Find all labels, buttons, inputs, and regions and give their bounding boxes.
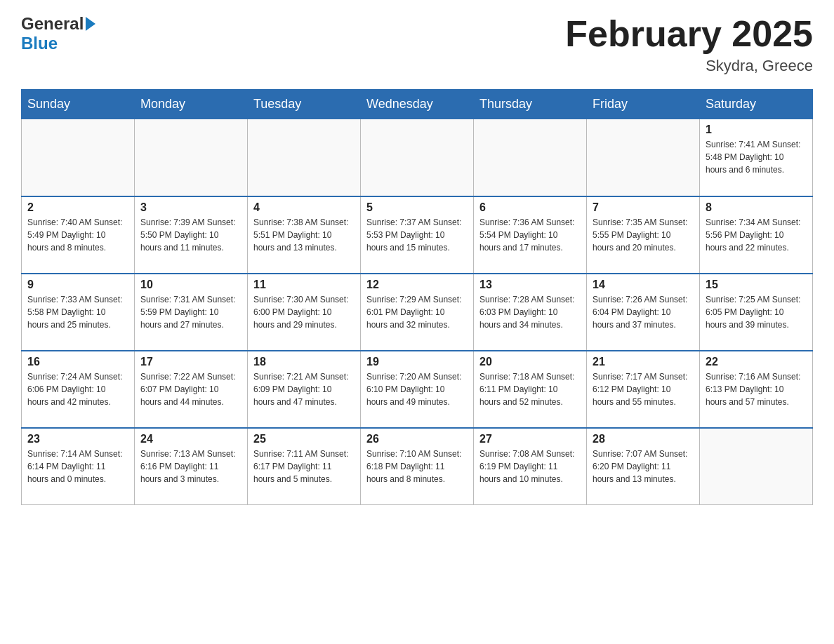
calendar-day-cell bbox=[474, 119, 587, 196]
day-info: Sunrise: 7:25 AM Sunset: 6:05 PM Dayligh… bbox=[706, 293, 807, 331]
calendar-day-cell: 11Sunrise: 7:30 AM Sunset: 6:00 PM Dayli… bbox=[248, 274, 361, 351]
day-number: 11 bbox=[253, 279, 355, 291]
day-number: 1 bbox=[706, 123, 807, 136]
day-number: 9 bbox=[27, 279, 128, 291]
day-number: 2 bbox=[27, 201, 128, 214]
day-info: Sunrise: 7:17 AM Sunset: 6:12 PM Dayligh… bbox=[593, 370, 694, 408]
day-number: 4 bbox=[253, 201, 355, 214]
day-info: Sunrise: 7:41 AM Sunset: 5:48 PM Dayligh… bbox=[706, 138, 807, 176]
calendar-day-cell: 4Sunrise: 7:38 AM Sunset: 5:51 PM Daylig… bbox=[248, 196, 361, 274]
logo-arrow-icon bbox=[86, 17, 95, 31]
calendar-week-row: 23Sunrise: 7:14 AM Sunset: 6:14 PM Dayli… bbox=[22, 428, 813, 505]
day-number: 26 bbox=[366, 433, 468, 445]
day-info: Sunrise: 7:18 AM Sunset: 6:11 PM Dayligh… bbox=[479, 370, 581, 408]
day-info: Sunrise: 7:35 AM Sunset: 5:55 PM Dayligh… bbox=[593, 216, 694, 254]
calendar-day-cell: 9Sunrise: 7:33 AM Sunset: 5:58 PM Daylig… bbox=[22, 274, 135, 351]
calendar-day-cell: 12Sunrise: 7:29 AM Sunset: 6:01 PM Dayli… bbox=[361, 274, 474, 351]
day-number: 25 bbox=[253, 433, 355, 445]
calendar-day-cell: 27Sunrise: 7:08 AM Sunset: 6:19 PM Dayli… bbox=[474, 428, 587, 505]
day-info: Sunrise: 7:21 AM Sunset: 6:09 PM Dayligh… bbox=[253, 370, 355, 408]
day-number: 23 bbox=[27, 433, 128, 445]
day-number: 6 bbox=[479, 201, 581, 214]
day-number: 21 bbox=[593, 356, 694, 368]
day-number: 7 bbox=[593, 201, 694, 214]
month-title: February 2025 bbox=[565, 14, 813, 54]
day-info: Sunrise: 7:16 AM Sunset: 6:13 PM Dayligh… bbox=[706, 370, 807, 408]
day-info: Sunrise: 7:26 AM Sunset: 6:04 PM Dayligh… bbox=[593, 293, 694, 331]
calendar-day-cell: 17Sunrise: 7:22 AM Sunset: 6:07 PM Dayli… bbox=[135, 351, 248, 428]
calendar-day-cell: 28Sunrise: 7:07 AM Sunset: 6:20 PM Dayli… bbox=[587, 428, 700, 505]
calendar-day-cell bbox=[135, 119, 248, 196]
day-info: Sunrise: 7:28 AM Sunset: 6:03 PM Dayligh… bbox=[479, 293, 581, 331]
day-number: 18 bbox=[253, 356, 355, 368]
day-info: Sunrise: 7:39 AM Sunset: 5:50 PM Dayligh… bbox=[140, 216, 241, 254]
location-label: Skydra, Greece bbox=[565, 57, 813, 75]
calendar-day-cell: 22Sunrise: 7:16 AM Sunset: 6:13 PM Dayli… bbox=[700, 351, 813, 428]
calendar-day-cell: 24Sunrise: 7:13 AM Sunset: 6:16 PM Dayli… bbox=[135, 428, 248, 505]
calendar-week-row: 16Sunrise: 7:24 AM Sunset: 6:06 PM Dayli… bbox=[22, 351, 813, 428]
calendar-day-cell: 2Sunrise: 7:40 AM Sunset: 5:49 PM Daylig… bbox=[22, 196, 135, 274]
calendar-day-cell: 14Sunrise: 7:26 AM Sunset: 6:04 PM Dayli… bbox=[587, 274, 700, 351]
day-number: 14 bbox=[593, 279, 694, 291]
day-number: 8 bbox=[706, 201, 807, 214]
calendar-week-row: 1Sunrise: 7:41 AM Sunset: 5:48 PM Daylig… bbox=[22, 119, 813, 196]
calendar-day-cell: 20Sunrise: 7:18 AM Sunset: 6:11 PM Dayli… bbox=[474, 351, 587, 428]
calendar-day-header: Saturday bbox=[700, 90, 813, 119]
day-info: Sunrise: 7:10 AM Sunset: 6:18 PM Dayligh… bbox=[366, 448, 468, 485]
day-info: Sunrise: 7:34 AM Sunset: 5:56 PM Dayligh… bbox=[706, 216, 807, 254]
calendar-week-row: 9Sunrise: 7:33 AM Sunset: 5:58 PM Daylig… bbox=[22, 274, 813, 351]
calendar-day-header: Sunday bbox=[22, 90, 135, 119]
logo-blue-text: Blue bbox=[21, 34, 58, 53]
day-number: 20 bbox=[479, 356, 581, 368]
calendar-day-header: Thursday bbox=[474, 90, 587, 119]
calendar-day-cell: 15Sunrise: 7:25 AM Sunset: 6:05 PM Dayli… bbox=[700, 274, 813, 351]
calendar-day-cell bbox=[248, 119, 361, 196]
day-number: 12 bbox=[366, 279, 468, 291]
calendar-day-cell bbox=[700, 428, 813, 505]
calendar-day-header: Tuesday bbox=[248, 90, 361, 119]
day-number: 19 bbox=[366, 356, 468, 368]
calendar-day-cell: 1Sunrise: 7:41 AM Sunset: 5:48 PM Daylig… bbox=[700, 119, 813, 196]
day-info: Sunrise: 7:11 AM Sunset: 6:17 PM Dayligh… bbox=[253, 448, 355, 485]
day-info: Sunrise: 7:36 AM Sunset: 5:54 PM Dayligh… bbox=[479, 216, 581, 254]
day-number: 16 bbox=[27, 356, 128, 368]
calendar-week-row: 2Sunrise: 7:40 AM Sunset: 5:49 PM Daylig… bbox=[22, 196, 813, 274]
calendar-day-cell: 26Sunrise: 7:10 AM Sunset: 6:18 PM Dayli… bbox=[361, 428, 474, 505]
calendar-day-cell bbox=[22, 119, 135, 196]
day-number: 10 bbox=[140, 279, 241, 291]
title-section: February 2025 Skydra, Greece bbox=[565, 14, 813, 75]
calendar-day-cell: 7Sunrise: 7:35 AM Sunset: 5:55 PM Daylig… bbox=[587, 196, 700, 274]
day-number: 27 bbox=[479, 433, 581, 445]
day-info: Sunrise: 7:14 AM Sunset: 6:14 PM Dayligh… bbox=[27, 448, 128, 485]
day-info: Sunrise: 7:22 AM Sunset: 6:07 PM Dayligh… bbox=[140, 370, 241, 408]
calendar-day-cell: 19Sunrise: 7:20 AM Sunset: 6:10 PM Dayli… bbox=[361, 351, 474, 428]
day-info: Sunrise: 7:24 AM Sunset: 6:06 PM Dayligh… bbox=[27, 370, 128, 408]
calendar-day-cell bbox=[361, 119, 474, 196]
day-info: Sunrise: 7:40 AM Sunset: 5:49 PM Dayligh… bbox=[27, 216, 128, 254]
calendar-day-cell: 25Sunrise: 7:11 AM Sunset: 6:17 PM Dayli… bbox=[248, 428, 361, 505]
calendar-day-header: Wednesday bbox=[361, 90, 474, 119]
day-info: Sunrise: 7:33 AM Sunset: 5:58 PM Dayligh… bbox=[27, 293, 128, 331]
calendar-day-cell: 5Sunrise: 7:37 AM Sunset: 5:53 PM Daylig… bbox=[361, 196, 474, 274]
logo: General Blue bbox=[21, 14, 95, 53]
day-number: 15 bbox=[706, 279, 807, 291]
calendar-day-cell: 6Sunrise: 7:36 AM Sunset: 5:54 PM Daylig… bbox=[474, 196, 587, 274]
calendar-day-cell: 23Sunrise: 7:14 AM Sunset: 6:14 PM Dayli… bbox=[22, 428, 135, 505]
calendar-day-cell bbox=[587, 119, 700, 196]
day-number: 22 bbox=[706, 356, 807, 368]
calendar-day-cell: 16Sunrise: 7:24 AM Sunset: 6:06 PM Dayli… bbox=[22, 351, 135, 428]
calendar-day-cell: 21Sunrise: 7:17 AM Sunset: 6:12 PM Dayli… bbox=[587, 351, 700, 428]
day-info: Sunrise: 7:37 AM Sunset: 5:53 PM Dayligh… bbox=[366, 216, 468, 254]
day-info: Sunrise: 7:31 AM Sunset: 5:59 PM Dayligh… bbox=[140, 293, 241, 331]
calendar-day-cell: 10Sunrise: 7:31 AM Sunset: 5:59 PM Dayli… bbox=[135, 274, 248, 351]
day-info: Sunrise: 7:07 AM Sunset: 6:20 PM Dayligh… bbox=[593, 448, 694, 485]
calendar-day-cell: 13Sunrise: 7:28 AM Sunset: 6:03 PM Dayli… bbox=[474, 274, 587, 351]
calendar-day-cell: 3Sunrise: 7:39 AM Sunset: 5:50 PM Daylig… bbox=[135, 196, 248, 274]
day-number: 28 bbox=[593, 433, 694, 445]
day-number: 17 bbox=[140, 356, 241, 368]
calendar-table: SundayMondayTuesdayWednesdayThursdayFrid… bbox=[21, 89, 813, 505]
calendar-day-cell: 18Sunrise: 7:21 AM Sunset: 6:09 PM Dayli… bbox=[248, 351, 361, 428]
day-info: Sunrise: 7:08 AM Sunset: 6:19 PM Dayligh… bbox=[479, 448, 581, 485]
logo-general-text: General bbox=[21, 14, 84, 34]
page-header: General Blue February 2025 Skydra, Greec… bbox=[21, 14, 813, 75]
